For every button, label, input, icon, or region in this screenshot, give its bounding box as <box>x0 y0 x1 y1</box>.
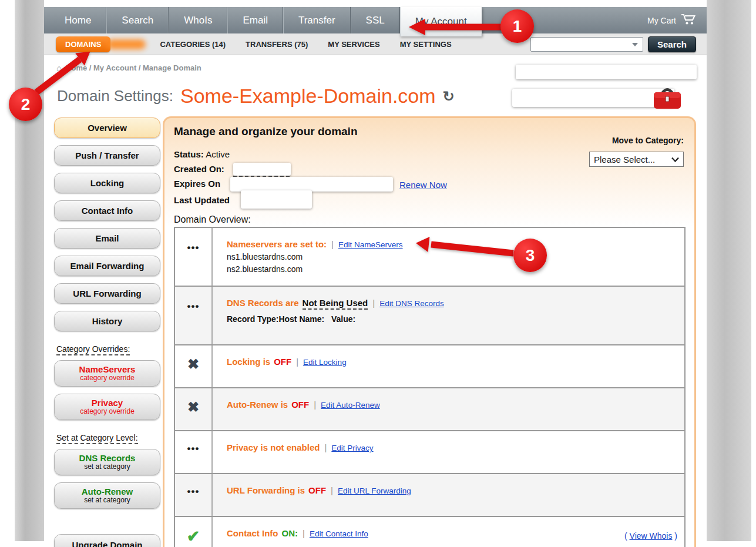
annotation-3-label: 3 <box>526 246 535 265</box>
my-cart-button[interactable]: My Cart <box>647 14 707 27</box>
separator: | <box>314 400 316 410</box>
icon-cell: ✖ <box>175 345 213 387</box>
icon-cell: ••• <box>175 287 213 344</box>
redacted-box-top <box>516 65 697 79</box>
dns-status: Not Being Used <box>303 298 368 310</box>
table-row-contact-info: ✔ Contact Info ON: | Edit Contact Info (… <box>175 517 684 547</box>
renew-now-link[interactable]: Renew Now <box>399 180 447 190</box>
edit-privacy-link[interactable]: Edit Privacy <box>331 444 373 452</box>
nameserver-1: ns1.bluestardns.com <box>227 252 678 261</box>
separator: | <box>303 528 305 538</box>
subnav-item-transfers[interactable]: TRANSFERS (75) <box>246 40 308 49</box>
annotation-2-label: 2 <box>21 95 31 114</box>
x-icon: ✖ <box>187 357 199 387</box>
icon-cell: ✖ <box>175 388 213 430</box>
sidebar-item-push-transfer[interactable]: Push / Transfer <box>54 145 160 166</box>
annotation-1-label: 1 <box>513 17 522 36</box>
status-value: Active <box>206 149 230 159</box>
edit-locking-link[interactable]: Edit Locking <box>303 358 347 367</box>
tab-ssl[interactable]: SSL <box>351 7 400 33</box>
sidebar-item-dns-records-category[interactable]: DNS Records set at category <box>54 449 160 475</box>
auto-renew-category-sub: set at category <box>84 496 130 504</box>
sidebar-item-email-forwarding[interactable]: Email Forwarding <box>54 256 160 276</box>
separator: | <box>331 239 334 249</box>
subnav-item-my-services[interactable]: MY SERVICES <box>328 40 379 49</box>
tab-home[interactable]: Home <box>50 7 106 33</box>
sidebar-item-contact-info[interactable]: Contact Info <box>54 200 160 221</box>
account-sub-navigation: DOMAINS CATEGORIES (14) TRANSFERS (75) M… <box>44 33 707 55</box>
updated-line: Last Updated <box>174 195 230 205</box>
chevron-down-icon <box>671 157 679 162</box>
table-row-url-forwarding: ••• URL Forwarding is OFF | Edit URL For… <box>175 474 684 517</box>
contact-info-status: ON: <box>282 528 298 538</box>
auto-renew-status: OFF <box>291 400 309 410</box>
icon-cell: ✔ <box>175 517 213 547</box>
row-title: Nameservers are set to: <box>227 239 327 249</box>
sidebar-item-privacy-override[interactable]: Privacy category override <box>54 394 160 420</box>
breadcrumb-text[interactable]: Home / My Account / Manage Domain <box>66 63 201 72</box>
updated-label: Last Updated <box>174 195 230 205</box>
sidebar-item-locking[interactable]: Locking <box>54 173 160 193</box>
edit-contact-info-link[interactable]: Edit Contact Info <box>310 529 368 538</box>
domain-overview-label: Domain Overview: <box>174 214 251 225</box>
table-row-locking: ✖ Locking is OFF | Edit Locking <box>175 345 684 388</box>
home-icon: ⌂ <box>56 63 62 73</box>
expires-line: Expires On <box>174 179 220 189</box>
privacy-override-title: Privacy <box>92 398 123 408</box>
redacted-domain-count <box>107 39 146 49</box>
separator: | <box>331 485 333 495</box>
row-title: DNS Records are <box>227 298 299 308</box>
edit-dns-records-link[interactable]: Edit DNS Records <box>379 299 444 308</box>
separator: | <box>296 357 298 367</box>
domain-settings-sidebar: Overview Push / Transfer Locking Contact… <box>54 118 160 547</box>
tab-transfer[interactable]: Transfer <box>283 7 351 33</box>
refresh-icon[interactable]: ↻ <box>443 88 455 105</box>
row-title: Contact Info <box>227 528 278 538</box>
row-title: Privacy is not enabled <box>227 442 320 452</box>
subnav-item-my-settings[interactable]: MY SETTINGS <box>400 40 452 49</box>
search-button[interactable]: Search <box>648 36 696 52</box>
breadcrumb: ⌂ Home / My Account / Manage Domain <box>56 63 201 73</box>
nameservers-override-title: NameServers <box>79 365 136 374</box>
sidebar-item-email[interactable]: Email <box>54 228 160 249</box>
dns-records-category-sub: set at category <box>84 463 130 471</box>
toolbox-icon[interactable] <box>652 86 683 113</box>
tab-search[interactable]: Search <box>106 7 169 33</box>
window-edge-right <box>707 0 751 541</box>
view-whois-wrap: ( View Whois ) <box>624 531 677 541</box>
sidebar-item-auto-renew-category[interactable]: Auto-Renew set at category <box>54 482 160 509</box>
icon-cell: ••• <box>175 474 213 516</box>
sidebar-item-upgrade-domain[interactable]: Upgrade Domain <box>54 534 160 547</box>
tab-email[interactable]: Email <box>227 7 283 33</box>
edit-auto-renew-link[interactable]: Edit Auto-Renew <box>321 401 380 410</box>
subnav-item-categories[interactable]: CATEGORIES (14) <box>160 40 226 49</box>
view-whois-link[interactable]: View Whois <box>630 531 673 541</box>
status-line: Status: Active <box>174 149 230 159</box>
category-overrides-label: Category Overrides: <box>56 344 130 355</box>
window-edge-left <box>15 0 44 541</box>
panel-heading: Manage and organize your domain <box>174 125 358 138</box>
subnav-item-domains[interactable]: DOMAINS <box>56 36 110 52</box>
domain-name: Some-Example-Domain.com <box>180 85 436 108</box>
icon-cell: ••• <box>175 228 213 286</box>
redacted-updated-date <box>241 190 312 209</box>
screenshot-stage: Home Search WhoIs Email Transfer SSL My … <box>0 0 756 547</box>
paren-open: ( <box>624 531 627 541</box>
sidebar-item-overview[interactable]: Overview <box>54 118 160 138</box>
dns-records-category-title: DNS Records <box>79 454 136 463</box>
table-row-nameservers: ••• Nameservers are set to: | Edit NameS… <box>175 228 684 287</box>
paren-close: ) <box>674 531 677 541</box>
icon-cell: ••• <box>175 431 213 473</box>
sidebar-item-history[interactable]: History <box>54 311 160 331</box>
sidebar-item-nameservers-override[interactable]: NameServers category override <box>54 360 160 387</box>
sidebar-item-url-forwarding[interactable]: URL Forwarding <box>54 283 160 304</box>
category-select[interactable]: Please Select... <box>589 152 684 167</box>
row-title: URL Forwarding is <box>227 485 305 495</box>
tab-my-account[interactable]: My Account <box>400 7 482 36</box>
edit-nameservers-link[interactable]: Edit NameServers <box>338 240 403 249</box>
edit-url-forwarding-link[interactable]: Edit URL Forwarding <box>338 486 411 495</box>
domain-search-combobox[interactable] <box>530 37 643 52</box>
table-row-privacy: ••• Privacy is not enabled | Edit Privac… <box>175 431 684 474</box>
tab-whois[interactable]: WhoIs <box>169 7 227 33</box>
ellipsis-icon: ••• <box>187 242 200 286</box>
